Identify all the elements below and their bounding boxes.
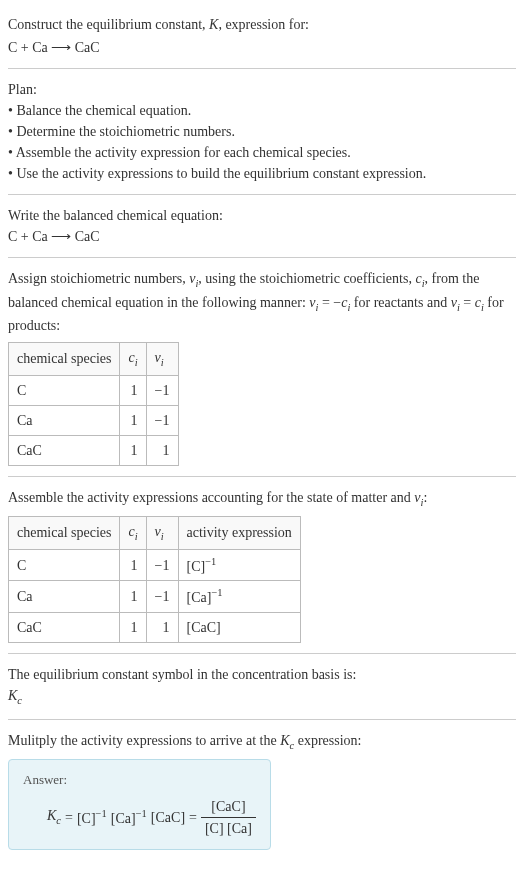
plan-item: Assemble the activity expression for eac…	[8, 142, 516, 163]
table-header-row: chemical species ci νi activity expressi…	[9, 517, 301, 550]
stoich-section: Assign stoichiometric numbers, νi, using…	[8, 262, 516, 472]
K: K	[47, 808, 56, 823]
plan-item: Use the activity expressions to build th…	[8, 163, 516, 184]
cell-ci: 1	[120, 435, 146, 465]
symbol-kc: Kc	[8, 685, 516, 709]
title-text-a: Construct the equilibrium constant,	[8, 17, 209, 32]
divider	[8, 719, 516, 720]
sub-i: i	[161, 357, 164, 368]
cell-species: C	[9, 549, 120, 581]
balanced-section: Write the balanced chemical equation: C …	[8, 199, 516, 253]
table-row: Ca 1 −1 [Ca]−1	[9, 581, 301, 613]
cell-species: Ca	[9, 405, 120, 435]
balanced-equation: C + Ca ⟶ CaC	[8, 226, 516, 247]
cell-nui: −1	[146, 581, 178, 613]
col-ci: ci	[120, 343, 146, 376]
answer-label: Answer:	[23, 770, 256, 790]
term1: [C]−1	[77, 806, 107, 829]
t2-base: [Ca]	[111, 810, 136, 825]
symbol-title: The equilibrium constant symbol in the c…	[8, 664, 516, 685]
divider	[8, 257, 516, 258]
expr-base: [C]	[187, 558, 206, 573]
cell-species: CaC	[9, 613, 120, 643]
plan-list: Balance the chemical equation. Determine…	[8, 100, 516, 184]
sub-i: i	[161, 531, 164, 542]
intro-text: Assign stoichiometric numbers,	[8, 271, 189, 286]
divider	[8, 653, 516, 654]
sub-c: c	[56, 815, 61, 826]
balanced-title: Write the balanced chemical equation:	[8, 205, 516, 226]
header-section: Construct the equilibrium constant, K, e…	[8, 8, 516, 64]
frac-num: [CaC]	[201, 796, 256, 818]
cell-nui: 1	[146, 435, 178, 465]
K: K	[280, 733, 289, 748]
cell-expr: [C]−1	[178, 549, 300, 581]
cell-ci: 1	[120, 375, 146, 405]
title-K: K	[209, 17, 218, 32]
t1-sup: −1	[96, 808, 107, 819]
t1-base: [C]	[77, 810, 96, 825]
col-nui: νi	[146, 517, 178, 550]
term2: [Ca]−1	[111, 806, 147, 829]
K: K	[8, 688, 17, 703]
plan-item: Balance the chemical equation.	[8, 100, 516, 121]
plan-section: Plan: Balance the chemical equation. Det…	[8, 73, 516, 190]
expr-base: [Ca]	[187, 590, 212, 605]
sub-c: c	[17, 695, 22, 706]
fraction: [CaC] [C] [Ca]	[201, 796, 256, 839]
divider	[8, 476, 516, 477]
table-row: C 1 −1	[9, 375, 179, 405]
stoich-table: chemical species ci νi C 1 −1 Ca 1 −1 Ca…	[8, 342, 179, 466]
plan-item: Determine the stoichiometric numbers.	[8, 121, 516, 142]
divider	[8, 68, 516, 69]
cell-nui: 1	[146, 613, 178, 643]
table-row: C 1 −1 [C]−1	[9, 549, 301, 581]
expr-sup: −1	[205, 556, 216, 567]
title-text: :	[423, 490, 427, 505]
cell-nui: −1	[146, 549, 178, 581]
title-text: Mulitply the activity expressions to arr…	[8, 733, 280, 748]
col-expr: activity expression	[178, 517, 300, 550]
kc-lhs: Kc	[47, 805, 61, 829]
title-text: Assemble the activity expressions accoun…	[8, 490, 414, 505]
col-nui: νi	[146, 343, 178, 376]
cell-species: C	[9, 375, 120, 405]
cell-species: Ca	[9, 581, 120, 613]
cell-nui: −1	[146, 405, 178, 435]
multiply-title: Mulitply the activity expressions to arr…	[8, 730, 516, 754]
expr-base: [CaC]	[187, 620, 221, 635]
eq: =	[189, 807, 197, 828]
cell-ci: 1	[120, 405, 146, 435]
divider	[8, 194, 516, 195]
table-row: Ca 1 −1	[9, 405, 179, 435]
answer-box: Answer: Kc = [C]−1 [Ca]−1 [CaC] = [CaC] …	[8, 759, 271, 850]
cell-nui: −1	[146, 375, 178, 405]
intro-text: for reactants and	[350, 295, 450, 310]
answer-expression: Kc = [C]−1 [Ca]−1 [CaC] = [CaC] [C] [Ca]	[23, 796, 256, 839]
cell-expr: [Ca]−1	[178, 581, 300, 613]
table-row: CaC 1 1 [CaC]	[9, 613, 301, 643]
expr-sup: −1	[211, 587, 222, 598]
col-species: chemical species	[9, 343, 120, 376]
plan-title: Plan:	[8, 79, 516, 100]
cell-expr: [CaC]	[178, 613, 300, 643]
multiply-section: Mulitply the activity expressions to arr…	[8, 724, 516, 856]
cell-ci: 1	[120, 581, 146, 613]
table-header-row: chemical species ci νi	[9, 343, 179, 376]
col-species: chemical species	[9, 517, 120, 550]
sub-i: i	[135, 531, 138, 542]
activity-section: Assemble the activity expressions accoun…	[8, 481, 516, 649]
t2-sup: −1	[136, 808, 147, 819]
eq: =	[65, 807, 73, 828]
intro-text: , using the stoichiometric coefficients,	[198, 271, 415, 286]
activity-table: chemical species ci νi activity expressi…	[8, 516, 301, 643]
rule-prod: =	[460, 295, 475, 310]
table-row: CaC 1 1	[9, 435, 179, 465]
symbol-section: The equilibrium constant symbol in the c…	[8, 658, 516, 715]
cell-ci: 1	[120, 613, 146, 643]
frac-den: [C] [Ca]	[201, 818, 256, 839]
cell-ci: 1	[120, 549, 146, 581]
rule-react: = −	[318, 295, 341, 310]
header-equation: C + Ca ⟶ CaC	[8, 37, 516, 58]
stoich-intro: Assign stoichiometric numbers, νi, using…	[8, 268, 516, 336]
